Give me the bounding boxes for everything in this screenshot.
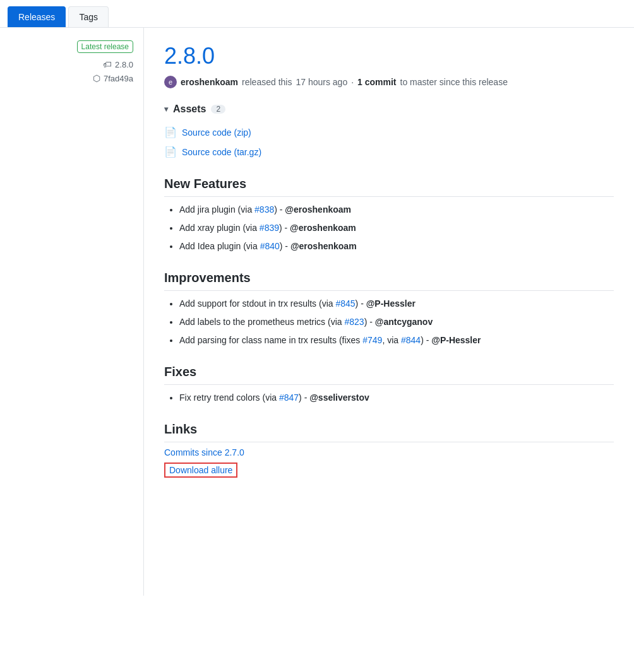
list-item: Add Idea plugin (via #840) - @eroshenkoa… <box>179 240 614 253</box>
item-text: Add jira plugin (via <box>179 204 254 215</box>
improvements-title: Improvements <box>164 271 614 291</box>
asset-targz[interactable]: 📄 Source code (tar.gz) <box>164 142 614 162</box>
content-area: 2.8.0 e eroshenkoam released this 17 hou… <box>144 28 634 596</box>
new-features-section: New Features Add jira plugin (via #838) … <box>164 177 614 253</box>
fixes-title: Fixes <box>164 365 614 385</box>
new-features-title: New Features <box>164 177 614 197</box>
list-item: Add xray plugin (via #839) - @eroshenkoa… <box>179 221 614 235</box>
commit-icon: ⬡ <box>93 73 100 83</box>
targz-file-icon: 📄 <box>164 146 177 158</box>
commits-since-link[interactable]: Commits since 2.7.0 <box>164 447 614 457</box>
sidebar-commit: ⬡ 7fad49a <box>93 73 133 83</box>
list-item: Add jira plugin (via #838) - @eroshenkoa… <box>179 203 614 216</box>
tab-tags[interactable]: Tags <box>68 6 109 27</box>
new-features-list: Add jira plugin (via #838) - @eroshenkoa… <box>164 203 614 253</box>
pr-839-link[interactable]: #839 <box>260 223 279 233</box>
assets-header[interactable]: ▾ Assets 2 <box>164 103 614 115</box>
sidebar-commit-hash: 7fad49a <box>104 74 133 83</box>
item-text: ) - <box>279 223 290 233</box>
latest-release-badge: Latest release <box>77 40 133 53</box>
item-text: Add labels to the prometheus metrics (vi… <box>179 317 344 327</box>
sidebar: Latest release 🏷 2.8.0 ⬡ 7fad49a <box>0 28 144 596</box>
links-title: Links <box>164 422 614 442</box>
tag-icon: 🏷 <box>103 59 112 69</box>
assets-count: 2 <box>211 105 225 114</box>
item-text: Fix retry trend colors (via <box>179 392 279 403</box>
tab-bar: Releases Tags <box>0 0 634 28</box>
item-text: ) - <box>364 317 375 327</box>
author-name: @antcyganov <box>375 317 433 327</box>
main-layout: Latest release 🏷 2.8.0 ⬡ 7fad49a 2.8.0 e… <box>0 28 634 596</box>
zip-file-icon: 📄 <box>164 126 177 138</box>
release-dot: · <box>351 77 354 87</box>
item-text: Add Idea plugin (via <box>179 241 260 251</box>
asset-zip-label: Source code (zip) <box>182 127 251 138</box>
improvements-list: Add support for stdout in trx results (v… <box>164 297 614 347</box>
tab-releases[interactable]: Releases <box>8 6 66 27</box>
release-title: 2.8.0 <box>164 43 614 69</box>
pr-840-link[interactable]: #840 <box>260 241 280 251</box>
item-text: Add xray plugin (via <box>179 223 260 233</box>
commit-link-text: to master since this release <box>400 77 508 87</box>
download-allure-link[interactable]: Download allure <box>164 463 237 478</box>
list-item: Add labels to the prometheus metrics (vi… <box>179 315 614 329</box>
assets-chevron: ▾ <box>164 105 168 114</box>
author-name: @sseliverstov <box>309 392 369 403</box>
asset-targz-label: Source code (tar.gz) <box>182 147 261 157</box>
pr-844-link[interactable]: #844 <box>401 335 421 345</box>
item-text: ) - <box>280 241 290 251</box>
author-name: @eroshenkoam <box>285 204 351 215</box>
asset-zip[interactable]: 📄 Source code (zip) <box>164 122 614 142</box>
item-text: ) - <box>356 298 366 309</box>
item-text: , via <box>382 335 401 345</box>
assets-title: Assets <box>173 103 206 115</box>
author-name: @eroshenkoam <box>290 223 356 233</box>
improvements-section: Improvements Add support for stdout in t… <box>164 271 614 347</box>
release-time: 17 hours ago <box>296 77 347 87</box>
assets-section: ▾ Assets 2 📄 Source code (zip) 📄 Source … <box>164 103 614 162</box>
list-item: Add parsing for class name in trx result… <box>179 334 614 347</box>
author-link[interactable]: eroshenkoam <box>181 77 238 87</box>
list-item: Fix retry trend colors (via #847) - @sse… <box>179 391 614 404</box>
links-section: Links Commits since 2.7.0 Download allur… <box>164 422 614 483</box>
pr-838-link[interactable]: #838 <box>254 204 274 215</box>
pr-845-link[interactable]: #845 <box>335 298 355 309</box>
pr-847-link[interactable]: #847 <box>279 392 299 403</box>
fixes-list: Fix retry trend colors (via #847) - @sse… <box>164 391 614 404</box>
author-name: @P-Hessler <box>366 298 416 309</box>
item-text: Add support for stdout in trx results (v… <box>179 298 335 309</box>
item-text: ) - <box>274 204 285 215</box>
pr-749-link[interactable]: #749 <box>362 335 382 345</box>
pr-823-link[interactable]: #823 <box>344 317 364 327</box>
release-meta: e eroshenkoam released this 17 hours ago… <box>164 76 614 88</box>
item-text: Add parsing for class name in trx result… <box>179 335 362 345</box>
item-text: ) - <box>299 392 309 403</box>
author-avatar: e <box>164 76 177 88</box>
author-name: @eroshenkoam <box>290 241 357 251</box>
item-text: ) - <box>421 335 431 345</box>
author-name: @P-Hessler <box>431 335 481 345</box>
sidebar-version: 2.8.0 <box>115 60 133 69</box>
commit-link[interactable]: 1 commit <box>357 77 396 87</box>
release-action: released this <box>242 77 292 87</box>
list-item: Add support for stdout in trx results (v… <box>179 297 614 310</box>
fixes-section: Fixes Fix retry trend colors (via #847) … <box>164 365 614 404</box>
sidebar-tag: 🏷 2.8.0 <box>103 59 133 69</box>
